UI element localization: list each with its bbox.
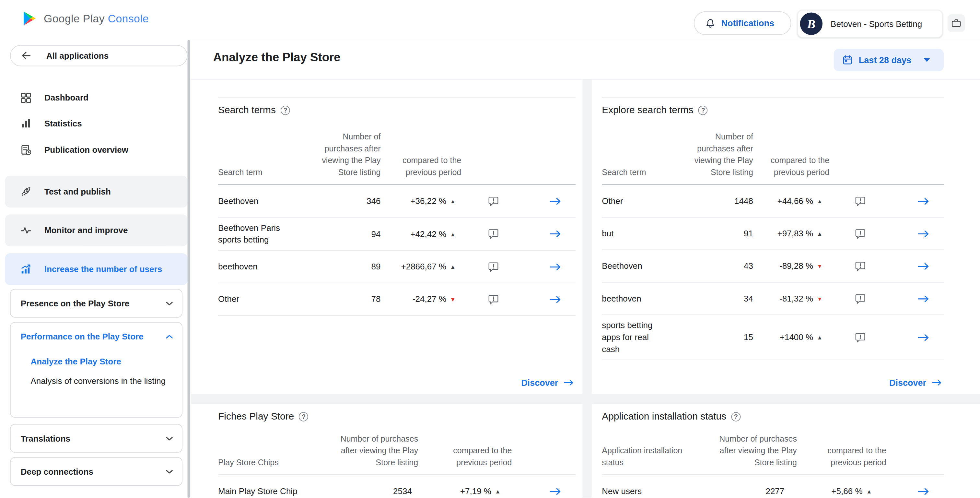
rocket-icon (21, 187, 32, 197)
chevron-down-icon (165, 302, 173, 306)
google-play-console-logo[interactable]: Google Play Console (19, 11, 149, 27)
feedback-button[interactable] (456, 196, 530, 206)
sidebar-item-presence[interactable]: Presence on the Play Store (11, 289, 182, 318)
help-icon[interactable] (698, 105, 708, 115)
open-row-button[interactable] (530, 197, 576, 204)
table-header: Search term Number of purchases after vi… (218, 117, 576, 185)
open-row-button[interactable] (530, 230, 576, 238)
sidebar-item-publication-overview[interactable]: Publication overview (0, 137, 188, 163)
purchases-cell: 1448 (662, 195, 753, 207)
discover-link[interactable]: Discover (889, 378, 942, 388)
feedback-button[interactable] (822, 196, 897, 206)
purchases-cell: 346 (299, 195, 381, 207)
table-row: Main Play Store Chip 2534 +7,19 % (218, 475, 576, 498)
sidebar-section-translations: Translations (10, 424, 183, 453)
sidebar-item-test-and-publish[interactable]: Test and publish (5, 176, 187, 208)
open-row-button[interactable] (897, 197, 944, 204)
sidebar-item-label: Dashboard (45, 93, 89, 102)
sidebar-item-dashboard[interactable]: Dashboard (0, 85, 188, 110)
table-row: Beethoven 43 -89,28 % (602, 250, 944, 283)
term-cell: beethoven (602, 293, 662, 305)
sidebar-section-performance: Performance on the Play Store Analyze th… (10, 322, 183, 418)
feedback-icon (488, 262, 498, 272)
purchases-cell: 89 (299, 261, 381, 273)
purchases-cell: 2277 (702, 485, 784, 497)
table-header: Search term Number of purchases after vi… (602, 117, 944, 185)
open-row-button[interactable] (897, 262, 944, 270)
feedback-icon (854, 228, 865, 239)
sidebar-item-analyze-play-store[interactable]: Analyze the Play Store (11, 357, 182, 366)
organization-button[interactable] (948, 14, 965, 32)
sidebar-item-label: Deep connections (21, 467, 93, 477)
arrow-right-icon (549, 295, 561, 303)
open-row-button[interactable] (530, 295, 576, 303)
trend-icon (817, 264, 822, 270)
notifications-button[interactable]: Notifications (694, 11, 791, 35)
sidebar: All applications Dashboard Statistics Pu… (0, 40, 191, 498)
column-header-term: Play Store Chips (218, 456, 325, 469)
column-header-purchases: Number of purchases after viewing the Pl… (299, 131, 381, 178)
date-range-label: Last 28 days (859, 55, 911, 65)
sidebar-item-label: Performance on the Play Store (21, 332, 143, 342)
statistics-icon (21, 118, 32, 129)
sidebar-item-statistics[interactable]: Statistics (0, 110, 188, 136)
open-row-button[interactable] (530, 263, 576, 270)
feedback-button[interactable] (456, 262, 530, 272)
sidebar-item-analysis-conversions[interactable]: Analysis of conversions in the listing (11, 375, 174, 395)
help-icon[interactable] (299, 412, 309, 421)
feedback-button[interactable] (822, 332, 897, 342)
trend-icon (817, 335, 822, 341)
feedback-button[interactable] (822, 228, 897, 239)
sidebar-item-deep-connections[interactable]: Deep connections (11, 458, 182, 486)
change-cell: -24,27 % (380, 293, 455, 305)
all-applications-label: All applications (46, 51, 108, 60)
discover-link[interactable]: Discover (521, 378, 574, 388)
arrow-right-icon (932, 380, 942, 386)
sidebar-item-translations[interactable]: Translations (11, 425, 182, 453)
open-row-button[interactable] (897, 334, 944, 341)
term-cell: Beethoven (218, 195, 299, 207)
sidebar-section-presence: Presence on the Play Store (10, 289, 183, 318)
feedback-icon (488, 294, 498, 304)
change-cell: +7,19 % (412, 485, 501, 497)
change-cell: +2866,67 % (380, 261, 455, 273)
change-value: +7,19 % (460, 486, 491, 496)
sidebar-item-increase-users[interactable]: Increase the number of users (5, 253, 187, 285)
change-cell: +42,42 % (380, 228, 455, 240)
card-title: Explore search terms (602, 104, 708, 116)
sidebar-item-performance[interactable]: Performance on the Play Store (11, 322, 182, 351)
feedback-button[interactable] (456, 294, 530, 304)
divider (602, 97, 944, 97)
change-value: +1400 % (780, 333, 813, 342)
logo-google: Google (44, 13, 80, 26)
open-row-button[interactable] (897, 230, 944, 237)
arrow-right-icon (549, 230, 561, 238)
table-row: but 91 +97,83 % (602, 217, 944, 250)
sidebar-item-monitor-and-improve[interactable]: Monitor and improve (5, 214, 187, 246)
open-row-button[interactable] (501, 487, 576, 495)
pulse-icon (21, 225, 32, 236)
arrow-right-icon (549, 197, 561, 204)
open-row-button[interactable] (872, 487, 944, 495)
feedback-button[interactable] (822, 294, 897, 303)
all-applications-button[interactable]: All applications (10, 45, 188, 67)
change-cell: +97,83 % (753, 228, 822, 239)
purchases-cell: 34 (662, 293, 753, 305)
open-row-button[interactable] (897, 295, 944, 302)
google-play-logo-icon (22, 11, 37, 26)
feedback-button[interactable] (456, 229, 530, 239)
trend-icon (450, 297, 456, 303)
help-icon[interactable] (281, 105, 290, 115)
sidebar-scrollbar[interactable] (188, 40, 190, 498)
arrow-right-icon (918, 334, 929, 341)
purchases-cell: 94 (299, 228, 381, 240)
help-icon[interactable] (732, 412, 741, 421)
date-range-button[interactable]: Last 28 days (834, 49, 944, 71)
arrow-right-icon (918, 487, 929, 495)
avatar: B (800, 13, 822, 35)
feedback-button[interactable] (822, 261, 897, 271)
account-switcher[interactable]: B Betoven - Sports Betting (797, 10, 942, 38)
table-body: Beethoven 346 +36,22 % Beethoven Paris s… (218, 185, 576, 316)
fiches-play-store-card: Fiches Play Store Play Store Chips Numbe… (191, 404, 582, 498)
change-cell: +5,66 % (784, 485, 872, 497)
